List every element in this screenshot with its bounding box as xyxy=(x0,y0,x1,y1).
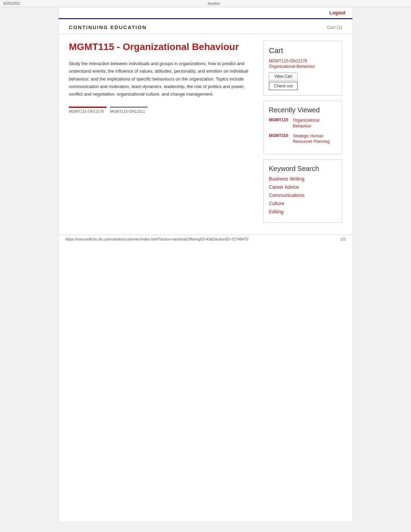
keyword-search-content: Keyword Search Business Writing Career A… xyxy=(264,160,342,222)
section-tab-1[interactable]: MGMT115-ON12176 xyxy=(69,107,107,113)
keyword-link-3[interactable]: Culture xyxy=(269,201,337,206)
section-tabs: MGMT115-ON12176 MGMT115-ON12211 xyxy=(69,107,257,113)
bottom-bar: https://noncredit.its.sfu.ca/modules/cus… xyxy=(59,235,352,243)
browser-bar: 8/25/2021 Section xyxy=(0,0,411,7)
top-bar: Logout xyxy=(59,7,352,19)
keyword-search-title: Keyword Search xyxy=(269,165,337,173)
bottom-url: https://noncredit.its.sfu.ca/modules/cus… xyxy=(65,237,248,241)
recently-viewed-content: Recently Viewed MGMT115 Organizational B… xyxy=(264,101,342,154)
recent-item-name-1: Strategic Human Resources Planning xyxy=(293,133,337,145)
tab-bar-1 xyxy=(69,107,107,108)
section-tab-2[interactable]: MGMT115-ON12211 xyxy=(110,107,148,113)
recent-item-0: MGMT115 Organizational Behaviour xyxy=(269,117,337,129)
cart-box-content: Cart MGMT115-ON12176 Organizational Beha… xyxy=(264,41,342,95)
recently-viewed-box: Recently Viewed MGMT115 Organizational B… xyxy=(263,101,342,154)
keyword-link-4[interactable]: Editing xyxy=(269,209,337,214)
view-cart-button[interactable]: View Cart xyxy=(269,72,298,81)
page-wrapper: Logout CONTINUING EDUCATION Cart (1) MGM… xyxy=(58,7,353,521)
recently-viewed-title: Recently Viewed xyxy=(269,106,337,114)
header-section: CONTINUING EDUCATION Cart (1) xyxy=(59,19,352,34)
cart-buttons: View Cart Check out xyxy=(269,72,298,90)
tab-label-2: MGMT115-ON12211 xyxy=(110,109,148,113)
cart-info[interactable]: Cart (1) xyxy=(327,25,342,30)
recent-item-name-0: Organizational Behaviour xyxy=(293,117,337,129)
keyword-link-0[interactable]: Business Writing xyxy=(269,176,337,182)
cart-box-title: Cart xyxy=(269,46,337,55)
browser-tab-title: Section xyxy=(20,1,408,5)
tab-bar-2 xyxy=(110,107,148,108)
checkout-button[interactable]: Check out xyxy=(269,82,298,90)
tab-label-1: MGMT115-ON12176 xyxy=(69,109,107,113)
page-number: 1/2 xyxy=(340,237,346,241)
site-title: CONTINUING EDUCATION xyxy=(69,24,147,30)
recent-item-1: MGMT315 Strategic Human Resources Planni… xyxy=(269,133,337,145)
course-title: MGMT115 - Organizational Behaviour xyxy=(69,41,257,53)
cart-item-code: MGMT115-ON12176 xyxy=(269,59,337,63)
keyword-search-box: Keyword Search Business Writing Career A… xyxy=(263,159,342,223)
keyword-link-2[interactable]: Communications xyxy=(269,193,337,198)
recent-item-code-1[interactable]: MGMT315 xyxy=(269,133,289,145)
main-content: MGMT115 - Organizational Behaviour Study… xyxy=(59,34,352,235)
logout-link[interactable]: Logout xyxy=(329,10,346,15)
cart-box: Cart MGMT115-ON12176 Organizational Beha… xyxy=(263,41,342,96)
keyword-link-1[interactable]: Career Advice xyxy=(269,184,337,190)
browser-date: 8/25/2021 xyxy=(3,1,20,5)
left-content: MGMT115 - Organizational Behaviour Study… xyxy=(69,41,257,228)
course-description: Study the interaction between individual… xyxy=(69,60,257,98)
cart-item-name: Organizational Behaviour xyxy=(269,64,337,69)
right-sidebar: Cart MGMT115-ON12176 Organizational Beha… xyxy=(263,41,342,228)
recent-item-code-0[interactable]: MGMT115 xyxy=(269,117,289,129)
